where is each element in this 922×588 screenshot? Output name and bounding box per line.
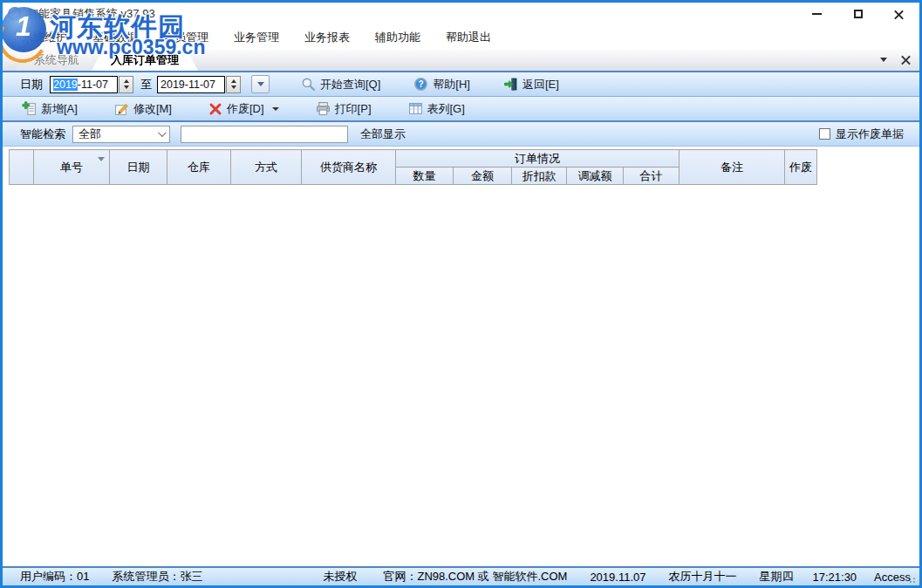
edit-pencil-icon — [114, 101, 129, 116]
actions-toolbar: 新增[A] 修改[M] 作废[D] 打印[P] — [3, 97, 919, 122]
col-header-remark[interactable]: 备注 — [680, 150, 785, 185]
col-header-indicator — [10, 150, 34, 185]
search-toolbar: 智能检索 全部 全部显示 显示作废单据 — [3, 122, 919, 147]
close-icon — [893, 9, 905, 20]
show-void-label: 显示作废单据 — [836, 126, 904, 142]
col-header-warehouse[interactable]: 仓库 — [167, 150, 231, 185]
help-button-label: 帮助[H] — [433, 77, 470, 92]
query-button[interactable]: 开始查询[Q] — [296, 74, 386, 95]
col-header-void[interactable]: 作废 — [785, 150, 817, 185]
status-license: 未授权 — [323, 569, 357, 585]
new-button-label: 新增[A] — [41, 101, 78, 117]
status-lunar-date: 农历十月十一 — [668, 569, 736, 585]
orders-table: 单号 日期 仓库 方式 供货商名称 订单情况 备注 作废 数量 金额 折扣款 调… — [9, 149, 817, 185]
tab-strip: 系统导航 入库订单管理 — [3, 49, 919, 71]
status-weekday: 星期四 — [759, 569, 793, 585]
col-header-amount[interactable]: 金额 — [454, 168, 512, 185]
date-from-input[interactable]: 2019-11-07 — [50, 76, 118, 93]
col-header-supplier[interactable]: 供货商名称 — [302, 150, 396, 185]
back-button-label: 返回[E] — [522, 77, 559, 92]
col-header-discount[interactable]: 折扣款 — [512, 168, 567, 185]
status-admin: 系统管理员：张三 — [112, 569, 202, 585]
void-button-label: 作废[D] — [227, 101, 264, 117]
date-preset-dropdown-button[interactable] — [251, 75, 270, 93]
spin-up-icon — [124, 79, 129, 83]
tab-close-icon[interactable] — [901, 55, 911, 65]
minimize-button[interactable] — [796, 3, 837, 25]
new-record-icon — [22, 101, 37, 116]
table-columns-icon — [408, 101, 423, 116]
menu-item-business[interactable]: 业务管理 — [225, 26, 288, 49]
status-date: 2019.11.07 — [590, 571, 645, 584]
smart-search-label: 智能检索 — [20, 126, 65, 142]
window-title: 智能家具销售系统 v37.93 — [27, 6, 155, 22]
date-to-label: 至 — [140, 77, 152, 92]
tab-inbound-order-mgmt[interactable]: 入库订单管理 — [92, 51, 198, 71]
menu-item-aux[interactable]: 辅助功能 — [366, 26, 429, 49]
menu-item-basic-data[interactable]: 基础数据 — [84, 26, 147, 49]
svg-text:?: ? — [419, 79, 424, 89]
columns-button[interactable]: 表列[G] — [403, 99, 470, 120]
back-button[interactable]: 返回[E] — [498, 74, 564, 95]
date-from-rest-text: -11-07 — [78, 79, 108, 91]
void-button[interactable]: 作废[D] — [203, 99, 284, 120]
spin-up-icon — [231, 79, 236, 83]
date-to-spinner[interactable] — [226, 76, 241, 93]
minimize-icon — [812, 13, 822, 15]
window-controls — [796, 3, 919, 25]
spin-down-icon — [231, 85, 236, 89]
query-button-label: 开始查询[Q] — [320, 77, 380, 92]
status-website: 官网：ZN98.COM 或 智能软件.COM — [383, 569, 567, 585]
exit-door-icon — [503, 77, 518, 92]
show-void-group: 显示作废单据 — [819, 126, 904, 142]
show-void-checkbox[interactable] — [819, 128, 830, 140]
col-header-method[interactable]: 方式 — [231, 150, 302, 185]
menu-item-reports[interactable]: 业务报表 — [296, 26, 359, 49]
print-button-label: 打印[P] — [335, 101, 372, 117]
col-header-adjust[interactable]: 调减额 — [567, 168, 624, 185]
printer-icon — [316, 101, 331, 116]
date-from-spinner[interactable] — [119, 76, 133, 93]
tab-system-nav[interactable]: 系统导航 — [15, 51, 99, 71]
void-dropdown-caret-icon[interactable] — [272, 107, 279, 111]
title-bar: 智能家具销售系统 v37.93 — [3, 3, 919, 25]
date-label: 日期 — [20, 77, 43, 92]
caret-down-icon — [257, 82, 264, 86]
edit-button-label: 修改[M] — [133, 101, 172, 117]
tab-strip-tools — [880, 49, 911, 71]
col-header-order-no[interactable]: 单号 — [34, 150, 110, 185]
app-icon — [8, 7, 22, 21]
app-window: 智能家具销售系统 v37.93 系统维护 基础数据 会员管理 业务管理 业务报表… — [0, 0, 922, 588]
col-header-qty[interactable]: 数量 — [396, 168, 454, 185]
column-filter-caret-icon[interactable] — [98, 157, 105, 161]
col-group-order-status: 订单情况 — [396, 150, 680, 168]
orders-table-area: 单号 日期 仓库 方式 供货商名称 订单情况 备注 作废 数量 金额 折扣款 调… — [3, 147, 919, 566]
menu-bar: 系统维护 基础数据 会员管理 业务管理 业务报表 辅助功能 帮助退出 — [3, 25, 919, 49]
close-button[interactable] — [878, 3, 919, 25]
date-to-input[interactable]: 2019-11-07 — [157, 76, 225, 93]
maximize-button[interactable] — [837, 3, 878, 25]
menu-item-members[interactable]: 会员管理 — [154, 26, 217, 49]
search-input[interactable] — [181, 126, 348, 143]
combo-chevron-icon — [158, 128, 167, 137]
columns-button-label: 表列[G] — [427, 101, 465, 117]
menu-item-help-exit[interactable]: 帮助退出 — [437, 26, 500, 49]
help-icon: ? — [413, 77, 428, 92]
status-time: 17:21:30 — [812, 571, 857, 584]
edit-button[interactable]: 修改[M] — [109, 99, 177, 120]
void-x-icon — [208, 102, 222, 116]
tab-list-dropdown-icon[interactable] — [880, 58, 887, 62]
col-header-date[interactable]: 日期 — [110, 150, 167, 185]
date-from-selected-text: 2019 — [53, 79, 78, 91]
spin-down-icon — [124, 85, 129, 89]
search-field-select[interactable]: 全部 — [72, 126, 170, 143]
help-button[interactable]: ? 帮助[H] — [408, 74, 475, 95]
date-toolbar: 日期 2019-11-07 至 2019-11-07 开始查询[Q] ? — [3, 72, 919, 97]
print-button[interactable]: 打印[P] — [311, 99, 377, 120]
show-all-label: 全部显示 — [360, 126, 406, 142]
date-to-text: 2019-11-07 — [160, 79, 215, 91]
new-button[interactable]: 新增[A] — [17, 99, 83, 120]
resize-grip[interactable] — [909, 575, 918, 584]
col-header-total[interactable]: 合计 — [624, 168, 680, 185]
menu-item-system[interactable]: 系统维护 — [13, 26, 76, 49]
